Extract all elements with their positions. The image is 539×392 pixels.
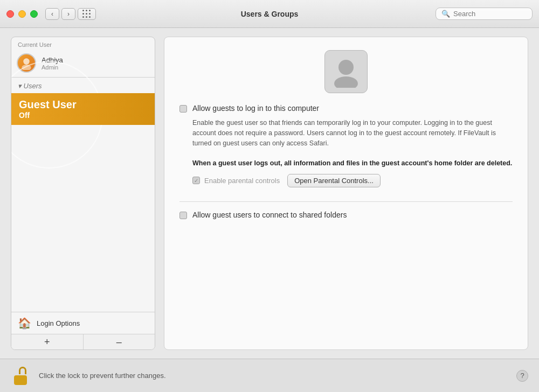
- forward-button[interactable]: ›: [61, 8, 75, 20]
- guest-user-name: Guest User: [19, 99, 147, 111]
- parental-checkbox-row: Enable parental controls: [192, 177, 280, 185]
- right-panel: Allow guests to log in to this computer …: [164, 37, 528, 350]
- nav-buttons: ‹ ›: [45, 8, 75, 20]
- window-title: Users & Groups: [241, 10, 299, 18]
- grid-view-button[interactable]: [78, 8, 96, 20]
- remove-user-button[interactable]: –: [84, 334, 155, 349]
- allow-shared-folders-row: Allow guest users to connect to shared f…: [179, 211, 347, 219]
- help-button[interactable]: ?: [516, 370, 528, 382]
- parental-controls-checkbox[interactable]: [192, 177, 200, 184]
- user-name: Adhiya: [42, 56, 63, 64]
- separator-line: [179, 201, 513, 202]
- guest-avatar-icon: [330, 55, 362, 88]
- lock-button[interactable]: [11, 365, 30, 387]
- allow-guests-row: Allow guests to log in to this computer: [179, 104, 319, 113]
- maximize-button[interactable]: [30, 10, 38, 18]
- allow-guests-label: Allow guests to log in to this computer: [192, 104, 319, 113]
- svg-point-2: [338, 60, 354, 75]
- avatar: [17, 53, 36, 73]
- sidebar-spacer: [11, 125, 155, 312]
- minimize-button[interactable]: [18, 10, 26, 18]
- guest-user-status: Off: [19, 111, 147, 120]
- sidebar-divider: [11, 77, 155, 78]
- sidebar: Current User Adhiya Admin ▾ Users Guest …: [11, 37, 155, 350]
- login-options-label: Login Options: [37, 319, 80, 327]
- bottom-bar: Click the lock to prevent further change…: [0, 359, 539, 392]
- open-parental-controls-button[interactable]: Open Parental Controls...: [287, 174, 381, 187]
- user-role: Admin: [42, 64, 63, 71]
- guest-avatar-container: [179, 50, 513, 93]
- current-user-item[interactable]: Adhiya Admin: [11, 50, 155, 76]
- allow-shared-checkbox[interactable]: [179, 212, 187, 219]
- lock-text: Click the lock to prevent further change…: [39, 372, 166, 380]
- user-avatar-icon: [19, 56, 33, 70]
- add-user-button[interactable]: +: [11, 334, 84, 349]
- house-icon: 🏠: [18, 317, 31, 330]
- grid-dots-icon: [82, 10, 91, 18]
- search-icon: 🔍: [441, 10, 450, 18]
- svg-point-3: [334, 76, 358, 88]
- lock-body-icon: [14, 375, 27, 385]
- allow-guests-warning: When a guest user logs out, all informat…: [192, 159, 512, 167]
- search-input[interactable]: [453, 10, 527, 18]
- close-button[interactable]: [6, 10, 14, 18]
- back-button[interactable]: ‹: [45, 8, 59, 20]
- main-content: Current User Adhiya Admin ▾ Users Guest …: [0, 28, 539, 359]
- allow-guests-checkbox[interactable]: [179, 105, 187, 113]
- search-bar[interactable]: 🔍: [436, 8, 533, 20]
- parental-controls-row: Enable parental controls Open Parental C…: [192, 174, 381, 187]
- guest-avatar-box: [324, 50, 368, 93]
- users-section-label: ▾ Users: [11, 79, 155, 93]
- allow-shared-label: Allow guest users to connect to shared f…: [192, 211, 347, 219]
- guest-user-area: Guest User Off: [11, 93, 155, 125]
- current-user-label: Current User: [11, 37, 155, 50]
- window-controls: [6, 10, 38, 18]
- svg-point-1: [22, 65, 31, 70]
- add-remove-bar: + –: [11, 334, 155, 349]
- guest-user-item[interactable]: Guest User Off: [11, 93, 155, 125]
- parental-controls-label: Enable parental controls: [204, 177, 280, 185]
- svg-point-0: [23, 58, 30, 65]
- titlebar: ‹ › Users & Groups 🔍: [0, 0, 539, 28]
- user-info: Adhiya Admin: [42, 56, 63, 71]
- lock-shackle-icon: [19, 367, 26, 374]
- login-options-item[interactable]: 🏠 Login Options: [11, 312, 155, 334]
- allow-guests-description: Enable the guest user so that friends ca…: [192, 118, 513, 169]
